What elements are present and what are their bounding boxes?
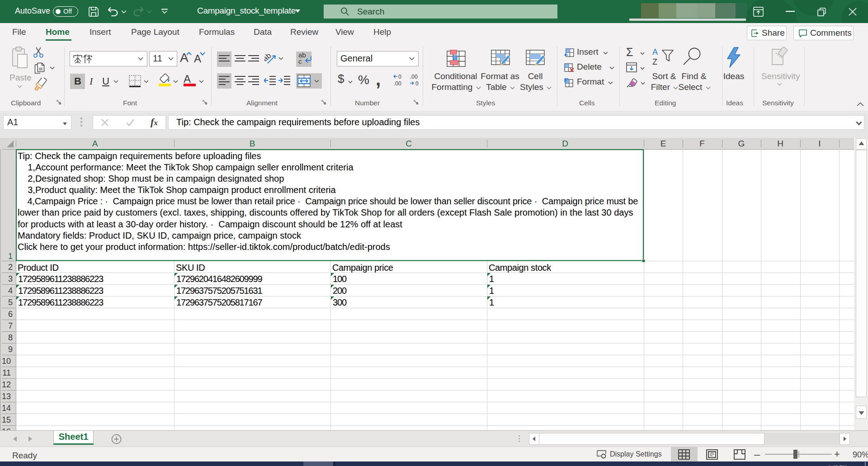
svg-text:ab: ab xyxy=(264,52,273,63)
svg-text:B: B xyxy=(250,139,255,148)
svg-text:0: 0 xyxy=(415,80,419,86)
svg-text:10: 10 xyxy=(2,357,11,366)
svg-text:H: H xyxy=(777,139,783,148)
svg-text:F: F xyxy=(699,139,705,148)
svg-text:12: 12 xyxy=(2,380,11,389)
svg-text:2: 2 xyxy=(8,263,13,272)
svg-text:3: 3 xyxy=(8,274,13,283)
svg-text:4: 4 xyxy=(8,286,13,295)
svg-text:13: 13 xyxy=(2,392,11,401)
svg-text:1: 1 xyxy=(8,252,13,261)
svg-text:A: A xyxy=(652,47,658,56)
svg-text:7: 7 xyxy=(8,321,13,330)
svg-text:6: 6 xyxy=(8,310,13,319)
svg-text:A: A xyxy=(92,139,98,148)
svg-text:15: 15 xyxy=(2,415,11,424)
svg-text:.00: .00 xyxy=(410,74,418,80)
svg-text:Z: Z xyxy=(652,57,657,66)
svg-text:11: 11 xyxy=(2,368,11,377)
svg-text:E: E xyxy=(660,139,666,148)
svg-text:14: 14 xyxy=(2,404,11,413)
svg-text:G: G xyxy=(738,139,745,148)
svg-text:16: 16 xyxy=(2,427,11,430)
svg-text:I: I xyxy=(818,139,821,148)
svg-text:0: 0 xyxy=(398,74,401,80)
svg-text:.00: .00 xyxy=(394,80,401,86)
svg-text:D: D xyxy=(562,139,568,148)
svg-text:8: 8 xyxy=(8,333,13,342)
svg-text:5: 5 xyxy=(8,298,13,307)
svg-text:9: 9 xyxy=(8,345,13,354)
svg-text:C: C xyxy=(406,139,412,148)
